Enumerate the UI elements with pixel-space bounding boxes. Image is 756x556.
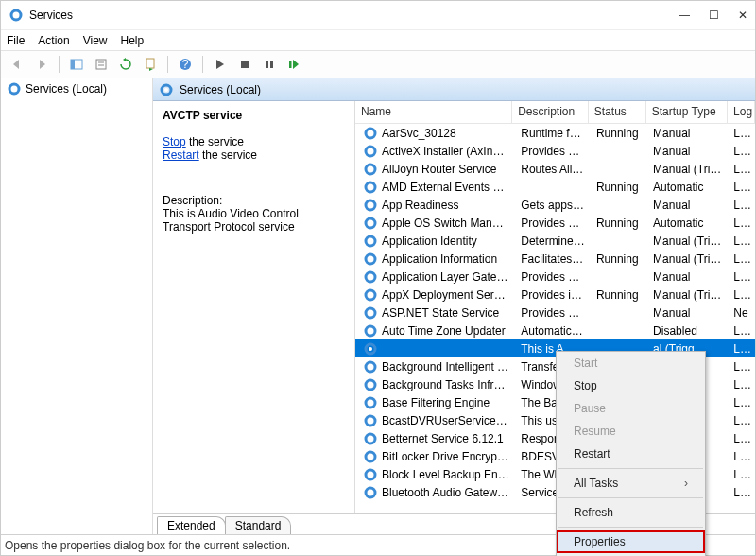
cell-startup: Manual [647,144,728,159]
svg-point-57 [369,473,372,477]
start-service-button[interactable] [210,54,231,75]
col-logon[interactable]: Log [728,101,755,123]
cell-status: Running [591,287,647,303]
properties-button[interactable] [91,54,112,75]
tab-extended[interactable]: Extended [157,516,226,534]
close-button[interactable]: ✕ [738,9,747,22]
refresh-button[interactable] [115,54,136,75]
svg-point-37 [369,293,372,297]
cell-status: Running [591,126,647,141]
menu-restart[interactable]: Restart [557,443,705,465]
tab-standard[interactable]: Standard [225,516,292,534]
gear-icon [159,82,174,97]
maximize-button[interactable]: ☐ [709,9,719,22]
menu-all-tasks[interactable]: All Tasks [557,472,705,495]
svg-point-45 [369,365,372,369]
service-row[interactable]: Application Layer Gateway S...Provides s… [355,268,755,286]
cell-description: Provides infr... [515,287,591,303]
cell-startup: Manual (Trigg... [647,287,728,303]
services-icon [9,8,24,23]
cell-status [591,240,647,242]
main-header-title: Services (Local) [180,83,261,96]
cell-logon: Loc [728,198,755,213]
service-row[interactable]: Apple OS Switch ManagerProvides sup...Ru… [355,214,755,232]
back-button[interactable] [7,54,27,75]
svg-point-19 [369,131,372,135]
menu-resume[interactable]: Resume [557,420,705,443]
show-hide-tree-button[interactable] [66,54,87,75]
cell-name: BitLocker Drive Encryption S... [376,449,515,464]
service-row[interactable]: AppX Deployment Service (A...Provides in… [355,286,755,304]
menu-refresh[interactable]: Refresh [557,501,705,524]
gear-icon [359,377,374,392]
gear-icon [359,467,374,482]
cell-logon: Loc [728,162,755,177]
gear-icon [359,413,374,428]
service-row[interactable]: Auto Time Zone UpdaterAutomaticall...Dis… [355,321,755,339]
cell-name: Background Intelligent Tran... [376,359,515,374]
cell-name: Base Filtering Engine [376,395,515,410]
svg-text:?: ? [182,58,189,71]
gear-icon [359,126,374,141]
service-row[interactable]: AMD External Events UtilityRunningAutoma… [355,178,755,196]
forward-button[interactable] [31,54,52,75]
menu-start[interactable]: Start [557,352,705,374]
svg-point-29 [369,221,372,225]
menu-help[interactable]: Help [121,34,145,47]
status-text: Opens the properties dialog box for the … [5,539,290,552]
cell-logon: Loc [728,216,755,231]
menu-view[interactable]: View [83,34,108,47]
cell-status: Running [591,216,647,231]
context-menu: Start Stop Pause Resume Restart All Task… [556,351,706,556]
menu-properties[interactable]: Properties [557,530,705,553]
restart-service-link[interactable]: Restart [163,148,199,162]
export-button[interactable] [140,54,161,75]
service-row[interactable]: Application IdentityDetermines ...Manual… [355,232,755,250]
cell-description: Runtime for ... [515,126,591,141]
cell-startup: Manual [647,305,728,321]
cell-logon: Loc [728,287,755,303]
service-row[interactable]: ASP.NET State ServiceProvides sup...Manu… [355,304,755,321]
cell-status: Running [591,180,647,195]
svg-point-21 [369,149,372,153]
pause-service-button[interactable] [259,54,280,75]
svg-point-53 [369,437,372,441]
stop-service-link[interactable]: Stop [163,135,186,148]
menu-stop[interactable]: Stop [557,374,705,397]
svg-point-43 [369,347,372,351]
stop-service-button[interactable] [234,54,255,75]
service-row[interactable]: App ReadinessGets apps re...ManualLoc [355,196,755,214]
cell-logon: Loc [728,485,755,500]
cell-status [591,312,647,314]
service-row[interactable]: AllJoyn Router ServiceRoutes AllJo...Man… [355,160,755,178]
service-row[interactable]: ActiveX Installer (AxInstSV)Provides Use… [355,142,755,160]
gear-icon [359,252,374,267]
service-row[interactable]: Application InformationFacilitates th...… [355,250,755,268]
menu-pause[interactable]: Pause [557,397,705,420]
gear-icon [359,395,374,410]
service-row[interactable]: AarSvc_30128Runtime for ...RunningManual… [355,124,755,142]
minimize-button[interactable]: — [679,9,690,22]
svg-point-35 [369,275,372,279]
svg-rect-7 [146,59,154,68]
col-status[interactable]: Status [589,101,646,123]
restart-service-button[interactable] [284,54,304,75]
menu-file[interactable]: File [7,34,25,47]
cell-name: App Readiness [376,198,515,213]
cell-status [591,168,647,170]
svg-point-17 [164,88,168,92]
col-startup[interactable]: Startup Type [646,101,728,123]
svg-point-39 [369,311,372,315]
help-button[interactable]: ? [175,54,196,75]
gear-icon [359,341,374,356]
svg-point-47 [369,383,372,387]
cell-startup: Manual (Trigg... [647,162,728,177]
col-name[interactable]: Name [355,101,512,123]
gear-icon [359,449,374,464]
tree-item-services-local[interactable]: Services (Local) [1,78,152,99]
col-description[interactable]: Description [512,101,589,123]
menu-action[interactable]: Action [38,34,69,47]
gear-icon [359,431,374,446]
cell-name: Auto Time Zone Updater [376,323,515,339]
cell-logon: Loc [728,359,755,374]
